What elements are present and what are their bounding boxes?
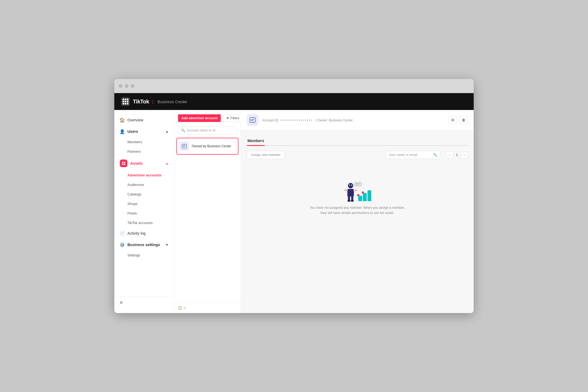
svg-rect-11 [347, 189, 354, 197]
sidebar-item-settings[interactable]: Settings [114, 250, 174, 260]
sidebar-item-pixels[interactable]: Pixels [114, 209, 174, 218]
activity-log-label: Activity log [127, 231, 146, 235]
header-actions: ⚙ 🗑 [449, 116, 468, 124]
sidebar: 🏠 Overview 👤 Users ▲ Members Partners [114, 110, 174, 313]
sidebar-item-overview[interactable]: 🏠 Overview [114, 114, 174, 126]
sidebar-item-partners[interactable]: Partners [114, 147, 174, 156]
traffic-light-close[interactable] [119, 84, 122, 88]
filter-icon: ▼ [226, 116, 229, 120]
account-card[interactable]: Owned by Business Center [176, 138, 238, 155]
sidebar-item-shops[interactable]: Shops [114, 199, 174, 209]
users-chevron: ▲ [166, 130, 169, 133]
svg-rect-5 [183, 145, 186, 146]
page-number: 1 [454, 153, 460, 157]
grid-dots [122, 99, 128, 105]
logo: TikTok:Business Center [121, 97, 187, 106]
svg-point-16 [347, 200, 351, 202]
filter-label: Filters [230, 116, 239, 120]
sidebar-section-assets[interactable]: Assets ▲ [114, 156, 174, 170]
users-icon: 👤 [120, 129, 125, 134]
account-header-info: Account ID: • • • • • • • • • • • • • • … [262, 118, 445, 122]
next-page-button[interactable]: › [461, 151, 468, 158]
right-content: Members Assign new member User name or e… [241, 130, 474, 313]
empty-illustration [342, 181, 372, 205]
account-id-dots: • • • • • • • • • • • • • • • • [280, 118, 312, 122]
svg-rect-1 [124, 162, 125, 163]
members-label: Members [127, 140, 142, 144]
product-name: Business Center [157, 99, 187, 104]
sidebar-item-audiences[interactable]: Audiences [114, 180, 174, 189]
account-search-bar[interactable]: 🔍 Account name or ID [178, 126, 237, 134]
prev-page-button[interactable]: ‹ [446, 151, 453, 158]
assets-icon-badge [120, 160, 127, 167]
svg-rect-22 [355, 183, 360, 184]
svg-rect-2 [122, 164, 123, 165]
app-grid-icon[interactable] [121, 97, 130, 106]
tab-members[interactable]: Members [247, 136, 265, 146]
assets-subitems: Advertiser accounts Audiences Catalogs S… [114, 170, 174, 228]
settings-label: Settings [127, 253, 140, 257]
svg-rect-7 [250, 118, 255, 122]
main-body: 🏠 Overview 👤 Users ▲ Members Partners [114, 110, 474, 313]
sidebar-section-business-settings[interactable]: ⚙️ Business settings ▼ [114, 239, 174, 250]
trash-icon: 🗑 [462, 118, 465, 122]
account-id-label: Account ID: [262, 118, 279, 122]
home-icon: 🏠 [120, 118, 125, 122]
tabs-bar: Members [247, 136, 468, 146]
add-advertiser-account-button[interactable]: Add advertiser account [178, 114, 221, 122]
empty-state: You have not assigned any member. When y… [247, 164, 468, 232]
members-toolbar: Assign new member User name or email 🔍 ‹… [247, 151, 468, 159]
svg-point-28 [362, 191, 364, 194]
footer-icon: 📋 [178, 306, 182, 310]
member-search-icon: 🔍 [433, 153, 437, 157]
member-search-bar[interactable]: User name or email 🔍 [386, 151, 440, 159]
sidebar-overview-label: Overview [127, 118, 143, 122]
account-owner-label: | Owner: Business Center [316, 118, 353, 122]
assign-member-button[interactable]: Assign new member [247, 151, 285, 159]
account-card-label: Owned by Business Center [192, 144, 231, 148]
pagination: ‹ 1 › [446, 151, 468, 158]
collapse-icon: ≡ [120, 300, 123, 305]
account-card-icon [180, 142, 189, 151]
business-settings-subitems: Settings [114, 250, 174, 260]
business-settings-chevron: ▼ [166, 243, 169, 246]
svg-rect-0 [122, 162, 123, 163]
app-container: TikTok:Business Center 🏠 Overview 👤 User… [114, 93, 474, 313]
brand-name: TikTok [133, 99, 149, 105]
sidebar-item-advertiser-accounts[interactable]: Advertiser accounts [114, 170, 174, 180]
sidebar-collapse-button[interactable]: ≡ [114, 296, 174, 309]
sidebar-users-label: Users [127, 129, 138, 134]
settings-action-button[interactable]: ⚙ [449, 116, 457, 124]
sidebar-business-settings-label: Business settings [127, 243, 160, 247]
filter-button[interactable]: ▼ Filters [223, 114, 242, 122]
footer-count: 0 [184, 306, 186, 310]
app-window: TikTok:Business Center 🏠 Overview 👤 User… [114, 79, 474, 313]
activity-log-icon: 📄 [120, 231, 125, 236]
delete-action-button[interactable]: 🗑 [460, 116, 468, 124]
sidebar-item-activity-log[interactable]: 📄 Activity log [114, 228, 174, 239]
middle-panel: Add advertiser account ▼ Filters 🔍 Accou… [174, 110, 241, 313]
right-panel-header: Account ID: • • • • • • • • • • • • • • … [241, 110, 474, 130]
search-icon: 🔍 [181, 128, 185, 132]
svg-point-19 [351, 185, 352, 186]
tiktok-accounts-label: TikTok accounts [127, 221, 153, 225]
empty-state-text: You have not assigned any member. When y… [308, 205, 406, 216]
member-search-placeholder: User name or email [389, 153, 417, 157]
svg-rect-13 [353, 189, 357, 191]
sidebar-item-tiktok-accounts[interactable]: TikTok accounts [114, 218, 174, 228]
traffic-light-minimize[interactable] [125, 84, 128, 88]
sidebar-section-users[interactable]: 👤 Users ▲ [114, 126, 174, 137]
advertiser-accounts-label: Advertiser accounts [127, 173, 161, 177]
titlebar [114, 79, 474, 93]
account-header-icon [247, 114, 258, 126]
svg-rect-24 [358, 196, 362, 201]
traffic-light-maximize[interactable] [131, 84, 134, 88]
svg-rect-6 [183, 146, 185, 147]
sidebar-assets-label: Assets [130, 161, 143, 166]
svg-point-10 [348, 183, 353, 188]
sidebar-item-catalogs[interactable]: Catalogs [114, 189, 174, 199]
svg-rect-9 [251, 120, 253, 121]
middle-footer: 📋 0 [174, 302, 241, 313]
sidebar-item-members[interactable]: Members [114, 137, 174, 147]
settings-icon: ⚙️ [120, 242, 125, 247]
